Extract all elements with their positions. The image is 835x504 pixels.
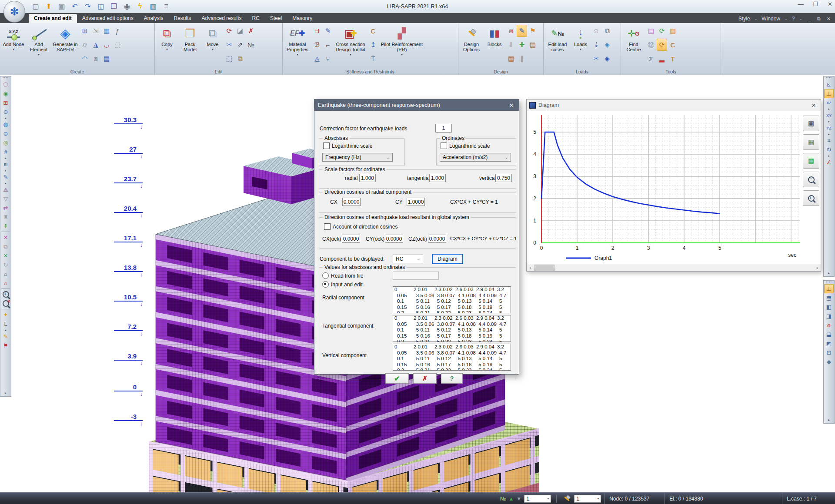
increase-icon[interactable]: ▲: [508, 496, 514, 502]
material-properties-button[interactable]: EF ✚ Material Properties▾: [284, 24, 311, 66]
weight-bottle-icon[interactable]: ⍾: [591, 25, 601, 37]
flyout-arrow-icon[interactable]: ▸: [828, 133, 830, 136]
design-options-button[interactable]: Design Options: [460, 24, 483, 66]
arch-icon[interactable]: ◡: [101, 39, 112, 51]
frame-rotate-icon[interactable]: ↻: [1, 260, 10, 269]
flag-icon[interactable]: ⚑: [1, 341, 10, 350]
flashlight-icon[interactable]: ✦: [1, 310, 10, 319]
vertical-scale-input[interactable]: 0.750: [495, 174, 512, 182]
stiffness-sphere-icon[interactable]: Ef: [1, 160, 10, 169]
book-icon[interactable]: ❒: [109, 1, 119, 11]
flip-icon[interactable]: ⇄: [1, 203, 10, 212]
scroll-left-icon[interactable]: ‹: [527, 265, 534, 270]
grid-icon[interactable]: #: [1, 147, 10, 156]
hammer-icon[interactable]: [563, 495, 571, 503]
tab-results[interactable]: Results: [168, 14, 196, 23]
cube-front-icon[interactable]: ◧: [824, 302, 834, 312]
export-chart-icon[interactable]: ▦: [803, 153, 819, 169]
distributed-load-icon[interactable]: ⇣: [591, 39, 601, 51]
tool-combo[interactable]: 1.▾: [574, 495, 601, 503]
abscissas-combo[interactable]: Frequency (Hz)⌄: [322, 153, 393, 162]
export-table-icon[interactable]: ▦: [803, 134, 819, 150]
filter-icon[interactable]: ▽: [1, 194, 10, 203]
truss-icon[interactable]: ◮: [90, 39, 101, 51]
frame-red-icon[interactable]: ⌂: [1, 279, 10, 288]
rotate-z-icon[interactable]: ↻: [824, 145, 834, 154]
renumber-icon[interactable]: №: [246, 39, 256, 51]
cross-section-toolkit-button[interactable]: ▣ ✚ Cross-section Design Toolkit▾: [334, 24, 367, 66]
frame-cross2-icon[interactable]: ✕: [1, 251, 10, 260]
radial-scale-input[interactable]: 1.000: [359, 174, 376, 182]
menu-help[interactable]: ?: [792, 16, 795, 22]
axes-global2-icon[interactable]: ⊥: [824, 284, 834, 293]
toolbar-collapse-icon[interactable]: ▸: [828, 418, 830, 423]
scale-combo[interactable]: 1.▾: [524, 495, 551, 503]
frame-building-icon[interactable]: ▤: [101, 53, 112, 65]
frame-copy-icon[interactable]: ⧉: [1, 242, 10, 251]
copy-page-icon[interactable]: ⧉: [235, 53, 245, 65]
load-number-icon[interactable]: №: [500, 496, 506, 502]
tab-rc[interactable]: RC: [247, 14, 265, 23]
extrude-cube-icon[interactable]: ⧈: [90, 53, 101, 65]
redo-icon[interactable]: ↷: [83, 1, 93, 11]
read-from-file-radio[interactable]: Read from file: [322, 272, 364, 279]
brick-wall-icon[interactable]: ▤: [506, 53, 516, 65]
radial-component-table[interactable]: 02 0.012.3 0.022.6 0.032.9 0.043.2 0.053…: [393, 286, 511, 313]
dialog-close-icon[interactable]: ✕: [504, 102, 519, 109]
minimize-icon[interactable]: —: [798, 1, 803, 7]
pilot-reinforcement-button[interactable]: ▞ Pilot Reinforcement (PR)▾: [379, 24, 424, 66]
help-button[interactable]: ?: [441, 373, 463, 384]
cube-diamond-icon[interactable]: ◈: [602, 39, 612, 51]
zoom-cancel2-icon[interactable]: ⌀: [824, 321, 834, 330]
t-table-icon[interactable]: T: [668, 53, 678, 65]
pencil-icon[interactable]: ✎: [1, 332, 10, 341]
tab-analysis[interactable]: Analysis: [139, 14, 169, 23]
restraint-arrows-icon[interactable]: ⇉: [312, 25, 322, 37]
copy-button[interactable]: ⧉ Copy▾: [156, 24, 178, 66]
tree-icon[interactable]: ↟: [1, 222, 10, 231]
close-icon[interactable]: ✕: [828, 1, 832, 7]
cube-back-icon[interactable]: ⬓: [824, 330, 834, 339]
correction-factor-input[interactable]: 1: [435, 124, 452, 133]
numbering-icon[interactable]: ⑫: [646, 39, 656, 51]
axes-xyz-icon[interactable]: ⊾: [824, 80, 834, 89]
add-element-button[interactable]: Add Element▾: [27, 24, 51, 66]
frame-show-icon[interactable]: ⌂: [1, 269, 10, 279]
proj-yz-icon[interactable]: YZ: [824, 123, 834, 133]
brick-anchor-icon[interactable]: ▤: [528, 39, 538, 51]
open-file-icon[interactable]: ⬆: [43, 1, 54, 11]
flyout-arrow-icon[interactable]: ▸: [5, 169, 7, 172]
sphere-vertical-icon[interactable]: ◍: [1, 120, 10, 129]
loads-button[interactable]: ↓ ● Loads▾: [571, 24, 590, 66]
mdi-minimize-icon[interactable]: _: [808, 16, 811, 21]
file-path-input[interactable]: [393, 272, 439, 280]
spring-arrow-icon[interactable]: ↥: [368, 39, 378, 51]
zoom-cancel-icon[interactable]: [1, 299, 10, 308]
angle-profile-icon[interactable]: ⌐: [323, 39, 333, 51]
building-diamond-icon[interactable]: ◈: [602, 53, 612, 65]
colorbar-cursor-icon[interactable]: ▤: [646, 25, 656, 37]
cube-left-icon[interactable]: ◩: [824, 339, 834, 348]
cy-ock-input[interactable]: 0.0000: [385, 235, 403, 243]
cancel-button[interactable]: ✗: [413, 373, 437, 384]
frame-cross-icon[interactable]: ✕: [1, 233, 10, 242]
edit-load-cases-button[interactable]: ✎№ Edit load cases: [545, 24, 570, 66]
flyout-arrow-icon[interactable]: ▸: [5, 328, 7, 332]
zoom-select-icon[interactable]: [1, 290, 10, 299]
green-plus-icon[interactable]: ✚: [517, 39, 527, 51]
tab-masonry[interactable]: Masonry: [287, 14, 317, 23]
account-cosines-checkbox[interactable]: Account of direction cosines: [324, 223, 397, 230]
cube-bottom-icon[interactable]: ⊡: [824, 348, 834, 357]
sphere-horizontal-icon[interactable]: ⊜: [1, 129, 10, 138]
toolbar-collapse-icon[interactable]: ▸: [828, 271, 830, 276]
cx-ock-input[interactable]: 0.0000: [342, 235, 360, 243]
menu-window[interactable]: Window: [762, 16, 780, 22]
pen-sphere-icon[interactable]: ✎: [1, 172, 10, 182]
zoom-out-icon[interactable]: [803, 172, 819, 187]
support-triangle-icon[interactable]: ◬: [312, 53, 322, 65]
vertical-component-table[interactable]: 02 0.012.3 0.022.6 0.032.9 0.043.2 0.053…: [393, 344, 511, 371]
cc-stiffness-icon[interactable]: C: [368, 25, 378, 37]
marquee-select-icon[interactable]: ⬚: [224, 53, 234, 65]
add-node-button[interactable]: X,Y,Z Add Node▾: [1, 24, 26, 66]
hinge-pen-icon[interactable]: ✎: [323, 25, 333, 37]
